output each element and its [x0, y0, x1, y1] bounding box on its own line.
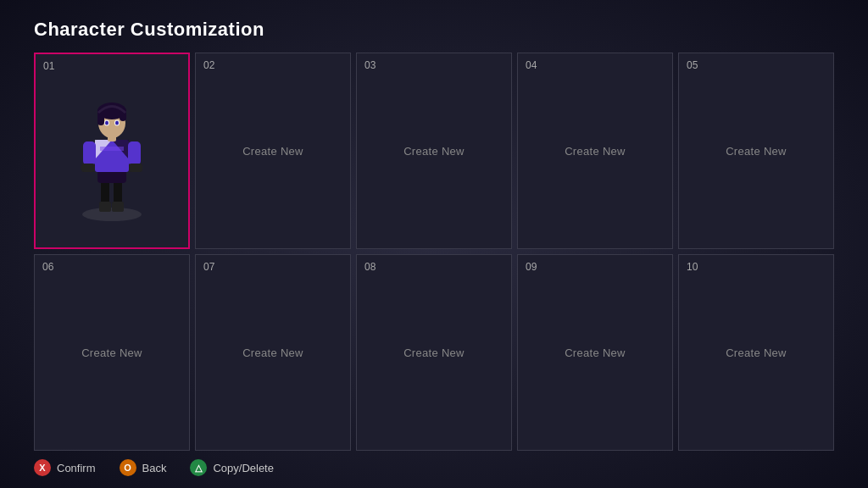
bottom-action-confirm: XConfirm [34, 459, 96, 476]
bottom-bar: XConfirmOBack△Copy/Delete [34, 459, 274, 476]
svg-rect-4 [112, 202, 124, 212]
slot-label-10: Create New [726, 347, 787, 359]
circle-icon: O [120, 459, 136, 476]
character-slot-02[interactable]: 02Create New [195, 53, 351, 249]
bottom-action-copy-delete: △Copy/Delete [190, 459, 274, 476]
slot-number-02: 02 [203, 59, 214, 71]
svg-rect-13 [129, 164, 142, 172]
slot-label-03: Create New [403, 145, 465, 158]
character-slot-06[interactable]: 06Create New [34, 254, 190, 451]
svg-rect-3 [99, 202, 111, 212]
character-slot-04[interactable]: 04Create New [517, 53, 673, 249]
triangle-icon: △ [190, 459, 207, 476]
character-slot-07[interactable]: 07Create New [195, 254, 351, 451]
slot-number-04: 04 [526, 59, 537, 71]
slot-number-10: 10 [687, 261, 698, 273]
slot-label-09: Create New [565, 347, 626, 359]
slot-label-06: Create New [81, 347, 142, 359]
svg-rect-11 [128, 141, 141, 165]
character-slot-09[interactable]: 09Create New [517, 254, 673, 451]
action-label-back: Back [142, 462, 167, 474]
slot-number-09: 09 [526, 261, 537, 273]
slot-label-04: Create New [565, 145, 626, 158]
svg-point-22 [115, 121, 119, 125]
slot-label-02: Create New [242, 145, 303, 158]
action-label-confirm: Confirm [57, 462, 96, 474]
cross-icon: X [34, 459, 51, 476]
svg-point-21 [105, 121, 108, 125]
svg-rect-10 [83, 141, 96, 165]
slot-number-08: 08 [364, 261, 376, 273]
svg-rect-9 [100, 147, 124, 151]
bottom-action-back: OBack [120, 459, 167, 476]
slot-number-06: 06 [42, 261, 53, 273]
character-slot-05[interactable]: 05Create New [678, 53, 834, 249]
slot-label-05: Create New [726, 145, 787, 158]
slot-label-08: Create New [403, 347, 465, 359]
slot-number-07: 07 [203, 261, 214, 273]
character-svg [70, 79, 154, 236]
character-slot-08[interactable]: 08Create New [356, 254, 512, 451]
character-slot-01[interactable]: 01 [34, 53, 190, 249]
character-grid: 01 [34, 53, 834, 451]
character-slot-03[interactable]: 03Create New [356, 53, 512, 249]
slot-number-05: 05 [687, 59, 698, 71]
svg-rect-12 [81, 164, 95, 172]
action-label-copy-delete: Copy/Delete [213, 462, 274, 474]
slot-number-01: 01 [43, 60, 54, 72]
slot-label-07: Create New [242, 347, 303, 359]
slot-number-03: 03 [364, 59, 376, 71]
character-slot-10[interactable]: 10Create New [678, 254, 834, 451]
page-title: Character Customization [34, 19, 264, 41]
